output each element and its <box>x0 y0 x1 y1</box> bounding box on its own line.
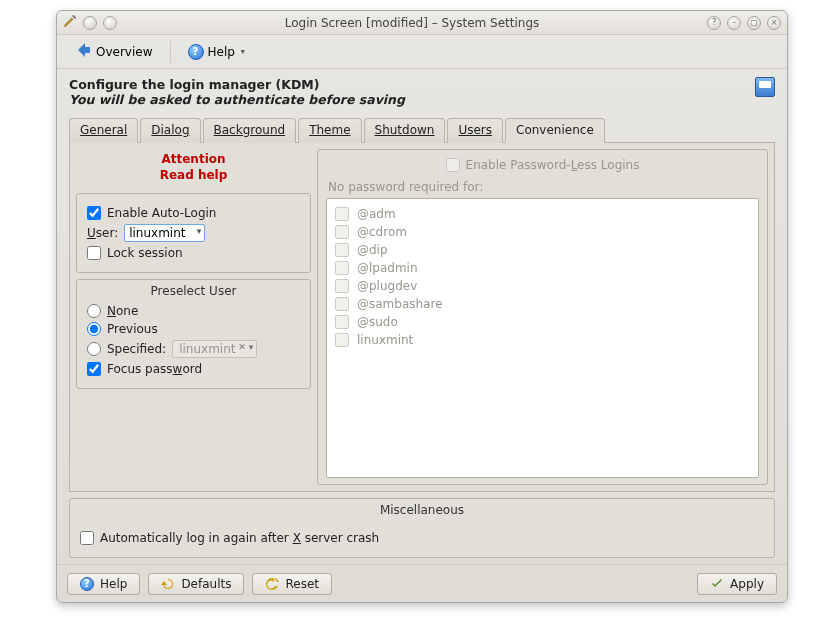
attention-line1: Attention <box>76 151 311 167</box>
autologin-user-select[interactable]: linuxmint <box>124 224 205 242</box>
list-item: @dip <box>335 241 750 259</box>
content-area: Configure the login manager (KDM) You wi… <box>57 69 787 564</box>
enable-passwordless-label: Enable Password-Less Logins <box>466 158 640 172</box>
misc-group: Miscellaneous Automatically log in again… <box>69 498 775 558</box>
defaults-button-label: Defaults <box>181 577 231 591</box>
lock-session-checkbox[interactable] <box>87 246 101 260</box>
reset-button[interactable]: Reset <box>252 573 332 595</box>
config-header: Configure the login manager (KDM) You wi… <box>69 77 775 107</box>
preselect-specified-label: Specified: <box>107 342 166 356</box>
checkbox-disabled <box>335 297 349 311</box>
enable-autologin-checkbox[interactable] <box>87 206 101 220</box>
attention-notice: Attention Read help <box>76 149 311 187</box>
titlebar-button-1[interactable] <box>83 16 97 30</box>
passwordless-user-list: @adm @cdrom @dip @lpadmin @plugdev @samb… <box>326 198 759 478</box>
preselect-none-label: None <box>107 304 138 318</box>
preselect-specified-select: linuxmint <box>172 340 257 358</box>
page-subtitle: You will be asked to authenticate before… <box>69 92 405 107</box>
preselect-previous-radio[interactable] <box>87 322 101 336</box>
overview-label: Overview <box>96 45 153 59</box>
titlebar-button-2[interactable] <box>103 16 117 30</box>
tab-general[interactable]: General <box>69 118 138 143</box>
help-menu-button[interactable]: ? Help ▾ <box>181 40 252 64</box>
tab-bar: General Dialog Background Theme Shutdown… <box>69 117 775 143</box>
list-item: @lpadmin <box>335 259 750 277</box>
back-arrow-icon <box>74 41 92 62</box>
minimize-button[interactable]: – <box>727 16 741 30</box>
apply-button-label: Apply <box>730 577 764 591</box>
autologin-group: Enable Auto-Login User: linuxmint Lock s… <box>76 193 311 273</box>
preselect-none-radio[interactable] <box>87 304 101 318</box>
preselect-group: Preselect User None Previous Specified: <box>76 279 311 389</box>
close-button[interactable]: × <box>767 16 781 30</box>
list-item: @cdrom <box>335 223 750 241</box>
titlebar: Login Screen [modified] – System Setting… <box>57 11 787 35</box>
checkbox-disabled <box>335 315 349 329</box>
tab-users[interactable]: Users <box>447 118 503 143</box>
list-item: @sudo <box>335 313 750 331</box>
tab-shutdown[interactable]: Shutdown <box>364 118 446 143</box>
help-icon: ? <box>80 577 94 591</box>
list-item: linuxmint <box>335 331 750 349</box>
passwordless-group: Enable Password-Less Logins No password … <box>317 149 768 485</box>
help-icon: ? <box>188 44 204 60</box>
preselect-previous-label: Previous <box>107 322 158 336</box>
tab-theme[interactable]: Theme <box>298 118 361 143</box>
tab-background[interactable]: Background <box>203 118 297 143</box>
reset-button-label: Reset <box>285 577 319 591</box>
maximize-button[interactable]: ▢ <box>747 16 761 30</box>
checkbox-disabled <box>335 243 349 257</box>
checkbox-disabled <box>335 225 349 239</box>
save-indicator-icon <box>755 77 775 97</box>
preselect-title: Preselect User <box>87 284 300 298</box>
apply-icon <box>710 577 724 591</box>
overview-button[interactable]: Overview <box>67 37 160 66</box>
apply-button[interactable]: Apply <box>697 573 777 595</box>
attention-line2: Read help <box>76 167 311 183</box>
lock-session-label: Lock session <box>107 246 183 260</box>
defaults-button[interactable]: Defaults <box>148 573 244 595</box>
list-item: @sambashare <box>335 295 750 313</box>
preselect-specified-radio[interactable] <box>87 342 101 356</box>
checkbox-disabled <box>335 333 349 347</box>
list-item: @adm <box>335 205 750 223</box>
undo-icon <box>161 577 175 591</box>
tab-convenience[interactable]: Convenience <box>505 118 605 143</box>
toolbar-separator <box>170 41 171 63</box>
chevron-down-icon: ▾ <box>241 47 245 56</box>
page-title: Configure the login manager (KDM) <box>69 77 405 92</box>
tab-dialog[interactable]: Dialog <box>140 118 200 143</box>
checkbox-disabled <box>335 207 349 221</box>
passwordless-list-label: No password required for: <box>328 180 759 194</box>
help-button[interactable]: ? Help <box>67 573 140 595</box>
settings-window: Login Screen [modified] – System Setting… <box>56 10 788 603</box>
checkbox-disabled <box>335 261 349 275</box>
left-column: Attention Read help Enable Auto-Login Us… <box>76 149 311 485</box>
focus-password-checkbox[interactable] <box>87 362 101 376</box>
help-button-label: Help <box>100 577 127 591</box>
auto-relogin-checkbox[interactable] <box>80 531 94 545</box>
focus-password-label: Focus password <box>107 362 202 376</box>
list-item: @plugdev <box>335 277 750 295</box>
user-label: User: <box>87 226 118 240</box>
help-titlebar-button[interactable]: ? <box>707 16 721 30</box>
checkbox-disabled <box>335 279 349 293</box>
enable-autologin-label: Enable Auto-Login <box>107 206 216 220</box>
enable-passwordless-checkbox[interactable] <box>446 158 460 172</box>
auto-relogin-label: Automatically log in again after X serve… <box>100 531 379 545</box>
help-label: Help <box>208 45 235 59</box>
window-title: Login Screen [modified] – System Setting… <box>117 16 707 30</box>
toolbar: Overview ? Help ▾ <box>57 35 787 69</box>
tab-panel-convenience: Attention Read help Enable Auto-Login Us… <box>69 143 775 492</box>
app-icon <box>63 14 77 31</box>
reset-icon <box>265 577 279 591</box>
misc-title: Miscellaneous <box>70 499 774 521</box>
footer-buttons: ? Help Defaults Reset Apply <box>57 564 787 602</box>
